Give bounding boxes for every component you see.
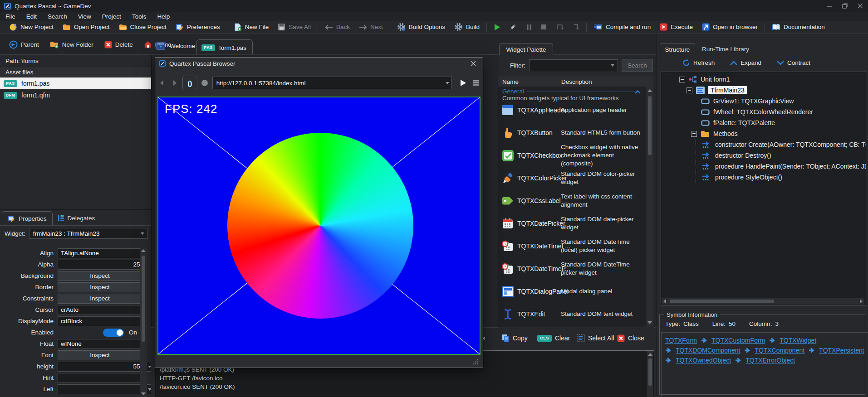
tree-node-handlepaint[interactable]: procedure HandlePaint(Sender: TObject; A…	[702, 161, 866, 171]
back-button[interactable]: Back	[320, 22, 354, 33]
filter-combobox[interactable]	[529, 59, 618, 71]
resize-grip[interactable]	[473, 358, 479, 365]
menu-file[interactable]: File	[0, 12, 21, 21]
cursor-dropdown[interactable]: crAuto	[58, 305, 147, 315]
hint-field[interactable]	[58, 373, 147, 383]
menu-tools[interactable]: Tools	[127, 12, 152, 21]
new-file-button[interactable]: New File	[230, 22, 274, 33]
close-project-button[interactable]: Close Project	[114, 22, 171, 33]
close-output-button[interactable]: Close	[617, 332, 644, 344]
tab-properties[interactable]: Properties	[2, 211, 53, 225]
property-grid-scrollbar[interactable]	[140, 247, 147, 397]
palette-item-appheader[interactable]: TQTXAppHeader Application page header	[498, 99, 646, 121]
symbol-link[interactable]: TQTXComponent	[755, 347, 804, 354]
palette-item-datepicker[interactable]: TQTXDatePicker Standard DOM date-picker …	[498, 212, 646, 235]
new-project-button[interactable]: New Project	[5, 22, 58, 33]
documentation-button[interactable]: Documentation	[767, 22, 829, 33]
tree-node-methods[interactable]: Methods	[691, 129, 738, 139]
stop-button[interactable]	[536, 22, 551, 33]
tab-structure[interactable]: Structure	[660, 43, 695, 55]
menu-search[interactable]: Search	[42, 12, 73, 21]
delete-button[interactable]: Delete	[100, 39, 137, 50]
palette-item-datetimepicker[interactable]: TQTXDateTimeP... Standard DOM DateTime p…	[498, 257, 646, 280]
alpha-field[interactable]: 255	[58, 260, 147, 270]
browser-url-input[interactable]	[212, 77, 452, 89]
border-inspect-button[interactable]: Inspect	[58, 282, 142, 292]
next-button[interactable]: Next	[354, 22, 387, 33]
tree-horizontal-scrollbar[interactable]	[662, 298, 864, 305]
attach-debugger-button[interactable]	[505, 22, 522, 33]
menu-edit[interactable]: Edit	[21, 12, 42, 21]
close-window-button[interactable]	[853, 0, 868, 12]
restore-button[interactable]	[837, 0, 853, 12]
select-all-button[interactable]: Select All	[577, 332, 614, 344]
symbol-link[interactable]: TQTXOwnedObject	[676, 357, 731, 364]
expand-button[interactable]: Expand	[730, 59, 761, 66]
tree-node-unit[interactable]: Unit form1	[679, 74, 730, 84]
file-row-form1-qfm[interactable]: DFM form1.qfm	[0, 89, 151, 101]
menu-project[interactable]: Project	[97, 12, 127, 21]
symbol-link[interactable]: TQTXCustomForm	[711, 337, 765, 344]
save-all-button[interactable]: Save All	[273, 22, 315, 33]
compile-and-run-button[interactable]: Compile and run	[589, 22, 655, 33]
palette-item-edit[interactable]: TQTXEdit Standard DOM text widget	[498, 303, 646, 325]
collapse-box-icon[interactable]	[687, 87, 692, 93]
clear-button[interactable]: CLS Clear	[537, 332, 570, 344]
build-options-button[interactable]: Build Options	[392, 22, 450, 33]
step-into-button[interactable]	[569, 22, 584, 33]
collapse-box-icon[interactable]	[691, 131, 697, 137]
palette-item-datetimelocal[interactable]: TQTXDateTimeL... Standard DOM DateTime (…	[498, 235, 646, 257]
collapse-section-icon[interactable]	[635, 90, 641, 94]
preferences-button[interactable]: Preferences	[171, 22, 225, 33]
palette-item-checkbox[interactable]: TQTXCheckbox Checkbox widget with native…	[498, 144, 646, 167]
palette-item-csslabel[interactable]: TQTXCssLabel Text label with css content…	[498, 189, 646, 212]
parent-folder-button[interactable]: Parent	[5, 39, 44, 50]
browser-source-button[interactable]: ()	[182, 76, 197, 90]
browser-back-button[interactable]	[156, 76, 167, 90]
palette-item-colorpicker[interactable]: TQTXColorPicker Standard DOM color-picke…	[498, 167, 646, 189]
tree-node-fwheel[interactable]: fWheel: TQTXColorWheelRenderer	[701, 107, 813, 117]
tab-delegates[interactable]: Delegates	[53, 212, 101, 225]
align-dropdown[interactable]: TAlign.alNone	[58, 248, 147, 258]
browser-forward-button[interactable]	[169, 76, 181, 90]
file-row-form1-pas[interactable]: PAS form1.pas	[0, 77, 151, 89]
symbol-link[interactable]: TQTXForm	[665, 337, 697, 344]
browser-title-bar[interactable]: Quartex Pascal Browser	[155, 58, 483, 69]
open-project-button[interactable]: Open Project	[58, 22, 114, 33]
symbol-link[interactable]: TQTXPersistent	[819, 347, 864, 354]
tree-node-constructor[interactable]: constructor Create(AOwner: TQTXComponent…	[702, 140, 866, 150]
widget-palette-tab[interactable]: Widget Palette	[499, 43, 553, 55]
background-inspect-button[interactable]: Inspect	[58, 271, 142, 281]
symbol-link[interactable]: TQTXDOMComponent	[676, 347, 740, 354]
tree-node-form[interactable]: TfrmMain23	[687, 85, 747, 95]
open-in-browser-button[interactable]: Open in browser	[697, 22, 762, 33]
tree-node-grview[interactable]: GrView1: TQTXGraphicView	[701, 96, 794, 106]
collapse-box-icon[interactable]	[679, 77, 685, 82]
build-button[interactable]: Build	[450, 22, 484, 33]
menu-help[interactable]: Help	[152, 12, 175, 21]
tab-runtime-library[interactable]: Run-Time Library	[697, 43, 754, 55]
section-general[interactable]: General	[502, 88, 524, 95]
displaymode-dropdown[interactable]: cdBlock	[58, 316, 147, 326]
tree-node-fpalette[interactable]: fPalette: TQTXPalette	[701, 118, 775, 128]
menu-view[interactable]: View	[73, 12, 97, 21]
float-dropdown[interactable]: wfNone	[58, 339, 147, 349]
copy-button[interactable]: Copy	[501, 332, 528, 344]
font-inspect-button[interactable]: Inspect	[58, 350, 142, 360]
palette-scrollbar[interactable]	[647, 87, 653, 326]
new-folder-button[interactable]: New Folder	[45, 39, 98, 50]
log-scrollbar[interactable]	[647, 351, 653, 397]
palette-item-dialogpanel[interactable]: TQTXDialogPanel Modal dialog panel	[498, 280, 646, 303]
refresh-button[interactable]: Refresh	[682, 59, 715, 67]
minimize-button[interactable]	[822, 0, 837, 12]
tree-node-destructor[interactable]: destructor Destroy()	[702, 150, 771, 160]
execute-button[interactable]: Execute	[655, 22, 697, 33]
symbol-link[interactable]: TQTXWidget	[780, 337, 816, 344]
browser-record-button[interactable]	[199, 76, 211, 90]
pause-button[interactable]	[522, 22, 536, 33]
run-button[interactable]	[489, 22, 505, 33]
browser-go-button[interactable]	[457, 76, 469, 90]
url-dropdown-chevron-icon[interactable]	[446, 82, 449, 84]
step-over-button[interactable]	[551, 22, 569, 33]
browser-close-button[interactable]	[468, 58, 479, 68]
